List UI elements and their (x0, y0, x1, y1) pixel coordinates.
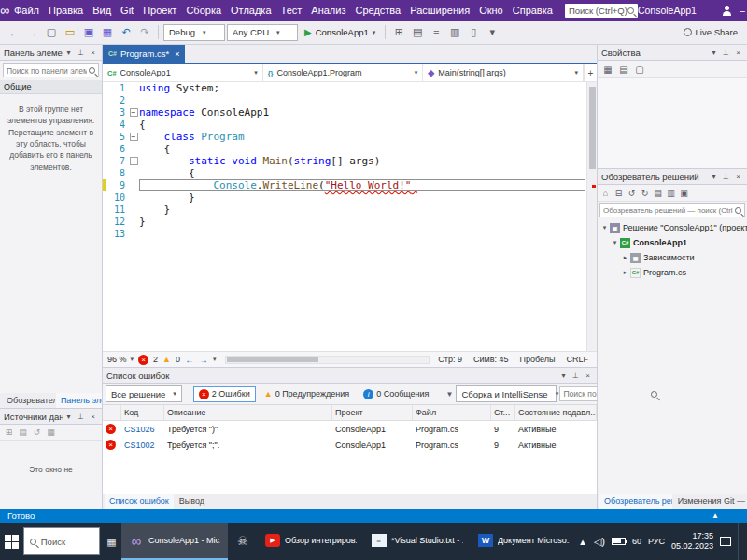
configure-icon[interactable]: ▦ (45, 427, 57, 439)
expand-icon[interactable]: ▸ (621, 269, 629, 276)
comment-icon[interactable]: ▥ (446, 24, 463, 41)
taskbar-app-button[interactable]: ▶Обзор интегриров... (258, 523, 364, 560)
code-line[interactable]: 2 (103, 94, 597, 106)
menu-item[interactable]: Правка (44, 0, 88, 21)
taskbar-search-input[interactable]: Поиск (23, 527, 100, 555)
tab-server-explorer[interactable]: Обозреватель... (2, 393, 55, 408)
tree-item[interactable]: ▸▦Зависимости (598, 250, 747, 265)
categorized-icon[interactable]: ▦ (601, 63, 614, 76)
menu-item[interactable]: Файл (9, 0, 44, 21)
menu-item[interactable]: Расширения (405, 0, 474, 21)
back-icon[interactable]: ← (6, 24, 22, 41)
undo-icon[interactable]: ↶ (118, 24, 134, 41)
menu-item[interactable]: Сборка (181, 0, 226, 21)
live-share-button[interactable]: Live Share (684, 27, 741, 37)
close-icon[interactable]: × (88, 47, 98, 58)
error-code-cell[interactable]: CS1026 (121, 421, 164, 437)
expand-icon[interactable]: ▾ (611, 239, 619, 246)
close-icon[interactable]: × (583, 370, 593, 381)
expand-icon[interactable]: ▸ (621, 254, 629, 261)
pin-icon[interactable]: ⊥ (721, 47, 731, 58)
code-line[interactable]: 5− class Program (103, 131, 597, 143)
volume-icon[interactable]: ◁) (594, 533, 605, 550)
column-header[interactable]: Код (121, 405, 164, 420)
navigate-forward-icon[interactable]: → (199, 355, 208, 365)
code-line[interactable]: 7− static void Main(string[] args) (103, 155, 597, 167)
chevron-up-icon[interactable]: ▴ (577, 533, 588, 550)
notification-center-icon[interactable] (720, 537, 731, 546)
add-datasource-icon[interactable]: ⊞ (3, 427, 15, 439)
code-line[interactable]: 1using System; (103, 82, 597, 94)
collapse-icon[interactable]: − (130, 157, 138, 165)
attach-process-icon[interactable]: ⊞ (390, 24, 407, 41)
error-code-cell[interactable]: CS1002 (121, 437, 164, 453)
language-indicator[interactable]: РУС (648, 537, 665, 546)
code-line[interactable]: 4{ (103, 119, 597, 131)
code-line[interactable]: 10 } (103, 191, 597, 203)
zoom-dropdown[interactable]: 96 % (107, 355, 134, 364)
spaces-indicator[interactable]: Пробелы (520, 355, 556, 364)
pin-icon[interactable]: ⊥ (76, 47, 86, 58)
error-grid-header[interactable]: КодОписаниеПроектФайлСт...Состояние пода… (103, 405, 597, 421)
code-editor[interactable]: 1using System;23−namespace ConsoleApp14{… (103, 82, 597, 351)
menu-item[interactable]: Вид (88, 0, 116, 21)
scope-dropdown[interactable]: Все решение (106, 385, 182, 402)
pin-icon[interactable]: ⊥ (76, 411, 86, 422)
error-badge-icon[interactable]: × (138, 355, 148, 365)
open-folder-icon[interactable]: ▭ (62, 24, 78, 41)
solution-explorer-header[interactable]: Обозреватель решений ▾⊥× (598, 169, 747, 185)
start-debugging-button[interactable]: ▶ ConsoleApp1 (300, 23, 380, 42)
alphabetical-icon[interactable]: ▤ (617, 63, 630, 76)
code-line[interactable]: 9 Console.WriteLine("Hello World!" (103, 179, 597, 191)
taskbar-app-button[interactable]: WДокумент Microso... (471, 523, 577, 560)
menu-item[interactable]: Тест (276, 0, 307, 21)
close-icon[interactable]: × (733, 47, 743, 58)
task-view-icon[interactable]: ▦ (103, 533, 120, 550)
column-header[interactable]: Состояние подавл... (515, 405, 597, 420)
collapse-icon[interactable]: − (130, 108, 138, 117)
tab-program-cs[interactable]: C# Program.cs* × (103, 45, 185, 63)
type-dropdown[interactable]: {} ConsoleApp1.Program (263, 64, 424, 81)
fold-margin[interactable]: − (128, 155, 139, 167)
close-icon[interactable]: × (88, 411, 98, 422)
error-marker[interactable] (592, 185, 596, 188)
tab-output[interactable]: Вывод (175, 494, 209, 509)
toolbox-group-general[interactable]: Общие (0, 80, 102, 94)
collapse-icon[interactable]: − (130, 133, 138, 141)
refresh-icon[interactable]: ↻ (639, 187, 651, 199)
navigate-back-icon[interactable]: ← (185, 355, 194, 365)
pin-icon[interactable]: ⊥ (571, 370, 581, 381)
column-header[interactable] (103, 405, 121, 420)
refresh-icon[interactable]: ↺ (31, 427, 43, 439)
editor-vertical-scrollbar[interactable] (586, 82, 597, 351)
close-tab-icon[interactable]: × (175, 49, 179, 59)
menu-item[interactable]: Анализ (306, 0, 350, 21)
chevron-down-icon[interactable]: ▾ (63, 47, 74, 58)
error-list-header[interactable]: Список ошибок ▾⊥× (103, 368, 597, 384)
pin-icon[interactable]: ⊥ (721, 171, 731, 182)
code-line[interactable]: 11 } (103, 203, 597, 216)
redo-icon[interactable]: ↷ (136, 24, 153, 41)
editor-horizontal-scrollbar[interactable] (225, 356, 430, 364)
properties-header[interactable]: Свойства ▾⊥× (598, 45, 747, 61)
tab-toolbox[interactable]: Панель эле... (56, 393, 102, 408)
menu-item[interactable]: Git (116, 0, 138, 21)
tab-git-changes[interactable]: Изменения Git — По... (673, 494, 747, 509)
scrollbar-thumb[interactable] (589, 87, 596, 169)
sync-active-document-icon[interactable]: ↺ (626, 187, 638, 199)
code-line[interactable]: 13 (103, 228, 597, 240)
clock[interactable]: 17:35 05.02.2023 (671, 531, 713, 552)
column-header[interactable]: Ст... (491, 405, 515, 420)
edit-datasource-icon[interactable]: ▤ (17, 427, 29, 439)
show-all-files-icon[interactable]: ▥ (665, 187, 677, 199)
properties-icon[interactable]: ▣ (678, 187, 690, 199)
split-window-icon[interactable]: + (584, 64, 597, 81)
menu-item[interactable]: Отладка (226, 0, 275, 21)
tab-error-list[interactable]: Список ошибок (105, 494, 174, 509)
menu-item[interactable]: Проект (138, 0, 181, 21)
column-header[interactable]: Проект (332, 405, 413, 420)
outline-icon[interactable]: ▤ (409, 24, 426, 41)
quick-search-input[interactable]: Поиск (Ctrl+Q) (565, 4, 638, 18)
fold-margin[interactable]: − (128, 131, 139, 143)
warnings-filter-button[interactable]: ▲ 0 Предупреждения (259, 386, 355, 401)
